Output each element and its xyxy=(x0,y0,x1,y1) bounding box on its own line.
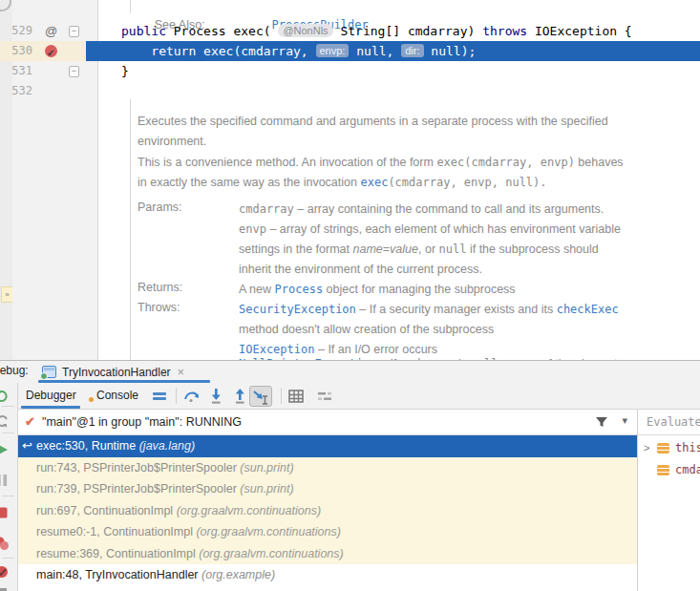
tab-debugger[interactable]: Debugger xyxy=(26,383,76,409)
code-line-text[interactable] xyxy=(86,81,700,101)
doc-see-also-row: See Also:ProcessBuilder xyxy=(138,0,369,13)
line-number: 531 xyxy=(0,61,40,81)
external-annotation-badge: @NonNls xyxy=(278,24,332,37)
frame-location: resume0:-1, ContinuationImpl xyxy=(36,525,196,538)
doc-line: inherit the environment of the current p… xyxy=(239,258,700,278)
gutter-icon-cell: @ xyxy=(40,21,63,41)
tab-console[interactable]: Console xyxy=(96,383,138,409)
parameter-hint-badge: dir: xyxy=(401,44,423,57)
variable-row[interactable]: cmdarray xyxy=(638,459,700,481)
code-line[interactable]: 530✓ return exec(cmdarray, envp: null, d… xyxy=(0,41,700,61)
frame-package: (java.lang) xyxy=(139,439,195,453)
stack-frame-row[interactable]: run:697, ContinuationImpl (org.graalvm.c… xyxy=(18,500,637,522)
code-editor-lines[interactable]: 529@−public Process exec( @NonNls String… xyxy=(0,21,700,101)
fold-marker-icon[interactable]: − xyxy=(69,26,79,37)
code-token: public xyxy=(121,24,174,38)
fold-marker-icon[interactable]: − xyxy=(69,66,79,77)
doc-text: – array of strings, each element of whic… xyxy=(266,222,621,236)
close-icon[interactable]: × xyxy=(178,366,185,378)
doc-link[interactable]: checkExec xyxy=(557,303,619,316)
execution-point-arrow-icon: ↩ xyxy=(22,435,32,457)
breakpoint-verified-icon[interactable]: ✓ xyxy=(45,45,57,57)
ide-window: » See Also:ProcessBuilder 529@−public Pr… xyxy=(0,0,700,591)
evaluate-expression-field[interactable]: Evaluate xyxy=(638,410,700,435)
rerun-icon[interactable] xyxy=(0,389,10,404)
frame-package: (sun.print) xyxy=(240,461,293,475)
variable-name: cmdarray xyxy=(675,459,700,481)
mute-breakpoints-icon[interactable] xyxy=(0,564,10,580)
line-number: 530 xyxy=(0,41,40,61)
code-line[interactable]: 531−} xyxy=(0,61,700,81)
frame-location: resume:369, ContinuationImpl xyxy=(36,547,199,560)
field-icon xyxy=(657,443,669,454)
doc-text: in exactly the same way as the invocatio… xyxy=(138,176,360,189)
stack-frame-row[interactable]: main:48, TryInvocationHandler (org.examp… xyxy=(18,564,637,586)
view-breakpoints-icon[interactable] xyxy=(0,536,10,551)
debug-tab-bar: Debug: TryInvocationHandler × xyxy=(0,361,700,383)
doc-text: behaves xyxy=(575,156,624,169)
annotation-at-icon[interactable]: @ xyxy=(45,21,57,41)
doc-left-border xyxy=(130,99,131,360)
doc-text: object for managing the subprocess xyxy=(323,283,516,296)
code-line-text[interactable]: public Process exec( @NonNls String[] cm… xyxy=(86,21,700,41)
view-options-icon[interactable] xyxy=(316,388,333,405)
doc-line: This is a convenience method. An invocat… xyxy=(138,151,700,171)
settings-icon[interactable] xyxy=(0,585,10,591)
doc-text: cmdarray xyxy=(239,202,294,216)
pause-icon[interactable] xyxy=(0,473,10,488)
doc-line: envp – array of strings, each element of… xyxy=(239,218,700,238)
code-token: String[] cmdarray) xyxy=(333,24,483,38)
stack-frame-row[interactable]: resume:369, ContinuationImpl (org.graalv… xyxy=(18,543,637,565)
code-line[interactable]: 532 xyxy=(0,81,700,101)
doc-line: A new Process object for managing the su… xyxy=(239,278,700,298)
stack-frame-row[interactable]: run:743, PSPrinterJob$PrinterSpooler (su… xyxy=(18,457,637,479)
fold-cell: − xyxy=(63,21,86,41)
doc-section: Returns:A new Process object for managin… xyxy=(138,278,700,298)
debug-actions-strip xyxy=(0,383,18,591)
expand-chevron-icon[interactable]: > xyxy=(644,437,649,459)
stack-frame-row[interactable]: ↩exec:530, Runtime (java.lang) xyxy=(18,435,637,457)
frame-location: run:739, PSPrinterJob$PrinterSpooler xyxy=(36,482,240,496)
thread-status-bar[interactable]: ✔ "main"@1 in group "main": RUNNING ▾ xyxy=(18,410,637,435)
resume-alt-icon[interactable] xyxy=(0,413,10,429)
code-line[interactable]: 529@−public Process exec( @NonNls String… xyxy=(0,21,700,41)
doc-line: environment. xyxy=(138,130,700,150)
code-line-text[interactable]: } xyxy=(86,61,700,81)
stack-frame-row[interactable]: resume0:-1, ContinuationImpl (org.graalv… xyxy=(18,521,637,543)
resume-icon[interactable] xyxy=(0,442,10,457)
hamburger-menu-icon[interactable] xyxy=(151,388,168,405)
doc-text: envp xyxy=(239,222,266,236)
code-line-text[interactable]: return exec(cmdarray, envp: null, dir: n… xyxy=(86,41,700,61)
gutter-icon-cell: ✓ xyxy=(40,41,63,61)
code-token: Process exec( xyxy=(174,24,279,38)
doc-link[interactable]: Process xyxy=(275,283,324,296)
frame-package: (sun.print) xyxy=(240,482,293,496)
stack-frame-row[interactable]: run:739, PSPrinterJob$PrinterSpooler (su… xyxy=(18,478,637,500)
frame-package: (org.graalvm.continuations) xyxy=(196,525,340,538)
chevron-down-icon[interactable]: ▾ xyxy=(622,414,627,427)
doc-text: (cmdarray, envp, null). xyxy=(388,176,546,189)
doc-text: value xyxy=(390,243,418,256)
strip-separator xyxy=(2,433,14,433)
doc-link[interactable]: SecurityException xyxy=(239,303,356,316)
filter-funnel-icon[interactable] xyxy=(595,415,608,429)
variable-row[interactable]: >this xyxy=(638,437,700,459)
frame-location: run:697, ContinuationImpl xyxy=(36,504,177,517)
field-icon xyxy=(657,465,669,475)
doc-text: Executes the specified command and argum… xyxy=(138,115,608,128)
tool-window-label: Debug: xyxy=(0,364,29,377)
stop-icon[interactable] xyxy=(0,505,10,520)
doc-section: Params:cmdarray – array containing the c… xyxy=(138,198,700,278)
step-into-icon[interactable] xyxy=(207,388,224,405)
gutter-icon-cell xyxy=(40,61,63,81)
step-over-icon[interactable] xyxy=(183,388,201,405)
gutter-cells: 532 xyxy=(0,81,86,101)
doc-link[interactable]: exec xyxy=(360,176,388,189)
thread-status-icon: ✔ xyxy=(25,414,35,429)
code-token: throws xyxy=(482,24,527,38)
view-breakpoints-grid-icon[interactable] xyxy=(287,388,305,405)
gutter-cells: 531− xyxy=(0,61,86,81)
code-token: return exec(cmdarray, xyxy=(121,44,316,58)
doc-text: = xyxy=(383,243,390,256)
step-out-icon[interactable] xyxy=(231,388,248,405)
